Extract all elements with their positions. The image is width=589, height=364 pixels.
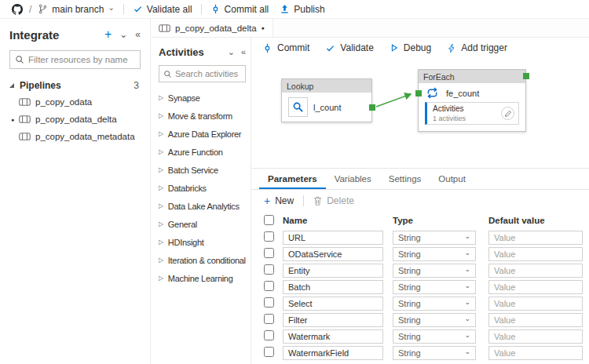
pipeline-item[interactable]: p_copy_odata_metadata [9,128,141,145]
activity-category[interactable]: ▷Data Lake Analytics [159,197,246,215]
select-all-checkbox[interactable] [264,215,274,225]
param-default-input[interactable] [488,346,583,360]
activities-search-input[interactable] [175,69,241,78]
resource-filter-input[interactable] [28,55,135,64]
param-type-select[interactable]: String⌄ [393,231,476,245]
search-icon [163,70,172,78]
publish-button[interactable]: Publish [274,0,330,18]
expander-icon[interactable]: ▷ [159,202,163,209]
activity-name: l_count [313,103,341,112]
github-repo-button[interactable] [6,0,28,18]
expander-icon[interactable]: ▷ [159,148,163,155]
column-header-type: Type [393,216,488,225]
pipelines-section-header[interactable]: Pipelines 3 [9,78,141,93]
activity-category[interactable]: ▷Move & transform [159,107,246,125]
param-default-input[interactable] [488,280,583,294]
add-trigger-button[interactable]: Add trigger [447,42,507,53]
activity-category[interactable]: ▷General [159,215,246,233]
expander-icon[interactable]: ▷ [159,112,163,119]
param-name-input[interactable] [283,329,383,344]
pipeline-canvas[interactable]: Lookup l_count ForEach fe_count [251,58,589,168]
row-checkbox[interactable] [264,330,274,340]
lightning-icon [447,43,456,53]
row-checkbox[interactable] [264,297,274,308]
param-default-input[interactable] [488,297,583,311]
output-port[interactable] [369,104,375,111]
activity-category-label: Move & transform [168,111,232,121]
output-port[interactable] [523,73,529,79]
param-name-input[interactable] [283,346,383,360]
activity-category[interactable]: ▷Machine Learning [159,269,246,287]
pipeline-item[interactable]: p_copy_odata [9,93,141,111]
commit-all-button[interactable]: Commit all [205,0,275,18]
row-checkbox[interactable] [264,314,274,324]
param-default-input[interactable] [488,313,583,327]
activity-category[interactable]: ▷Azure Function [159,143,246,161]
chevron-down-icon: ⌄ [464,232,470,240]
param-type-select[interactable]: String⌄ [393,313,476,327]
param-name-input[interactable] [283,247,383,261]
activity-category[interactable]: ▷Batch Service [159,161,246,179]
foreach-activity-node[interactable]: ForEach fe_count Activities 1 activities [418,69,526,132]
activity-category[interactable]: ▷Synapse [159,89,246,107]
expander-icon[interactable]: ▷ [159,184,163,191]
panel-tab-settings[interactable]: Settings [380,169,430,189]
activity-category[interactable]: ▷Databricks [159,179,246,197]
row-checkbox[interactable] [264,347,274,357]
commit-button[interactable]: Commit [262,42,309,53]
param-type-select[interactable]: String⌄ [393,297,476,311]
collapse-all-icon[interactable]: ⌄ [119,30,127,39]
param-type-select[interactable]: String⌄ [393,247,476,261]
expander-icon[interactable]: ▷ [159,220,163,228]
param-type-select[interactable]: String⌄ [393,264,476,278]
play-icon [390,43,399,53]
branch-selector[interactable]: main branch ⌄ [32,0,119,18]
delete-parameter-button[interactable]: Delete [313,195,354,206]
foreach-activities-box[interactable]: Activities 1 activities [425,102,519,125]
expander-icon[interactable]: ▷ [159,238,163,246]
panel-tab-variables[interactable]: Variables [326,169,380,189]
param-default-input[interactable] [488,329,583,344]
param-default-input[interactable] [488,231,583,245]
edit-activities-button[interactable] [501,107,514,120]
expander-icon[interactable]: ▷ [159,275,163,282]
row-checkbox[interactable] [264,281,274,291]
pipeline-item[interactable]: ●p_copy_odata_delta [9,111,141,128]
row-checkbox[interactable] [264,248,274,258]
input-port[interactable] [415,90,422,96]
param-type-select[interactable]: String⌄ [393,280,476,294]
activity-category[interactable]: ▷HDInsight [159,233,246,251]
parameters-toolbar: + New Delete [251,190,589,212]
activity-category[interactable]: ▷Iteration & conditionals [159,251,246,269]
expander-icon[interactable]: ▷ [159,94,163,101]
row-checkbox[interactable] [264,264,274,275]
param-default-input[interactable] [488,264,583,278]
collapse-all-icon[interactable]: ⌄ [228,48,235,56]
pipeline-item-label: p_copy_odata [35,97,92,107]
panel-tab-parameters[interactable]: Parameters [259,169,326,189]
collapse-panel-icon[interactable]: « [135,30,141,39]
collapse-panel-icon[interactable]: « [241,48,246,56]
param-name-input[interactable] [283,313,383,327]
param-type-select[interactable]: String⌄ [393,346,476,360]
lookup-activity-node[interactable]: Lookup l_count [281,78,372,122]
new-parameter-button[interactable]: + New [264,195,294,206]
param-type-select[interactable]: String⌄ [393,329,476,344]
row-checkbox[interactable] [264,231,274,242]
add-resource-button[interactable]: + [104,28,112,41]
param-name-input[interactable] [283,297,383,311]
param-name-input[interactable] [283,280,383,294]
param-default-input[interactable] [488,247,583,261]
validate-button[interactable]: Validate [325,42,373,53]
activity-category[interactable]: ▷Azure Data Explorer [159,125,246,143]
panel-tab-output[interactable]: Output [430,169,474,189]
expander-icon[interactable]: ▷ [159,166,163,173]
debug-button[interactable]: Debug [390,42,431,53]
tab-p_copy_odata_delta[interactable]: p_copy_odata_delta ● [151,19,273,37]
param-name-input[interactable] [283,264,383,278]
param-name-input[interactable] [283,231,383,245]
expander-icon[interactable]: ▷ [159,130,163,137]
activities-title: Activities [159,46,221,58]
expander-icon[interactable]: ▷ [159,257,163,264]
validate-all-button[interactable]: Validate all [127,0,198,18]
